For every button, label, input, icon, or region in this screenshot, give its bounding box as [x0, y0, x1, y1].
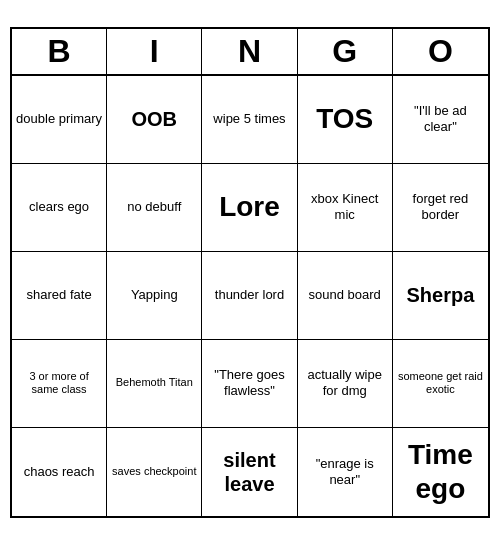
bingo-cell: "I'll be ad clear" [393, 76, 488, 164]
bingo-cell: chaos reach [12, 428, 107, 516]
bingo-cell: "There goes flawless" [202, 340, 297, 428]
cell-text: clears ego [29, 199, 89, 215]
header-letter: B [12, 29, 107, 74]
header-letter: G [298, 29, 393, 74]
cell-text: "enrage is near" [302, 456, 388, 487]
bingo-cell: OOB [107, 76, 202, 164]
bingo-card: BINGO double primaryOOBwipe 5 timesTOS"I… [10, 27, 490, 518]
cell-text: shared fate [27, 287, 92, 303]
bingo-cell: someone get raid exotic [393, 340, 488, 428]
header-letter: N [202, 29, 297, 74]
bingo-cell: wipe 5 times [202, 76, 297, 164]
cell-text: no debuff [127, 199, 181, 215]
cell-text: actually wipe for dmg [302, 367, 388, 398]
header-letter: I [107, 29, 202, 74]
cell-text: Sherpa [406, 283, 474, 307]
cell-text: "I'll be ad clear" [397, 103, 484, 134]
bingo-cell: no debuff [107, 164, 202, 252]
header-letter: O [393, 29, 488, 74]
cell-text: TOS [316, 102, 373, 136]
bingo-grid: double primaryOOBwipe 5 timesTOS"I'll be… [12, 76, 488, 516]
bingo-cell: shared fate [12, 252, 107, 340]
cell-text: Time ego [397, 438, 484, 505]
bingo-cell: sound board [298, 252, 393, 340]
bingo-cell: clears ego [12, 164, 107, 252]
cell-text: Yapping [131, 287, 178, 303]
bingo-cell: Behemoth Titan [107, 340, 202, 428]
bingo-cell: xbox Kinect mic [298, 164, 393, 252]
cell-text: saves checkpoint [112, 465, 196, 478]
cell-text: chaos reach [24, 464, 95, 480]
bingo-cell: forget red border [393, 164, 488, 252]
bingo-cell: "enrage is near" [298, 428, 393, 516]
bingo-cell: Lore [202, 164, 297, 252]
bingo-cell: actually wipe for dmg [298, 340, 393, 428]
cell-text: "There goes flawless" [206, 367, 292, 398]
cell-text: 3 or more of same class [16, 370, 102, 396]
cell-text: Lore [219, 190, 280, 224]
bingo-header: BINGO [12, 29, 488, 76]
cell-text: xbox Kinect mic [302, 191, 388, 222]
bingo-cell: Time ego [393, 428, 488, 516]
cell-text: sound board [309, 287, 381, 303]
cell-text: double primary [16, 111, 102, 127]
bingo-cell: 3 or more of same class [12, 340, 107, 428]
bingo-cell: double primary [12, 76, 107, 164]
cell-text: OOB [132, 107, 178, 131]
bingo-cell: Yapping [107, 252, 202, 340]
bingo-cell: Sherpa [393, 252, 488, 340]
bingo-cell: saves checkpoint [107, 428, 202, 516]
cell-text: silent leave [206, 448, 292, 496]
cell-text: wipe 5 times [213, 111, 285, 127]
cell-text: thunder lord [215, 287, 284, 303]
cell-text: someone get raid exotic [397, 370, 484, 396]
bingo-cell: TOS [298, 76, 393, 164]
cell-text: forget red border [397, 191, 484, 222]
cell-text: Behemoth Titan [116, 376, 193, 389]
bingo-cell: thunder lord [202, 252, 297, 340]
bingo-cell: silent leave [202, 428, 297, 516]
